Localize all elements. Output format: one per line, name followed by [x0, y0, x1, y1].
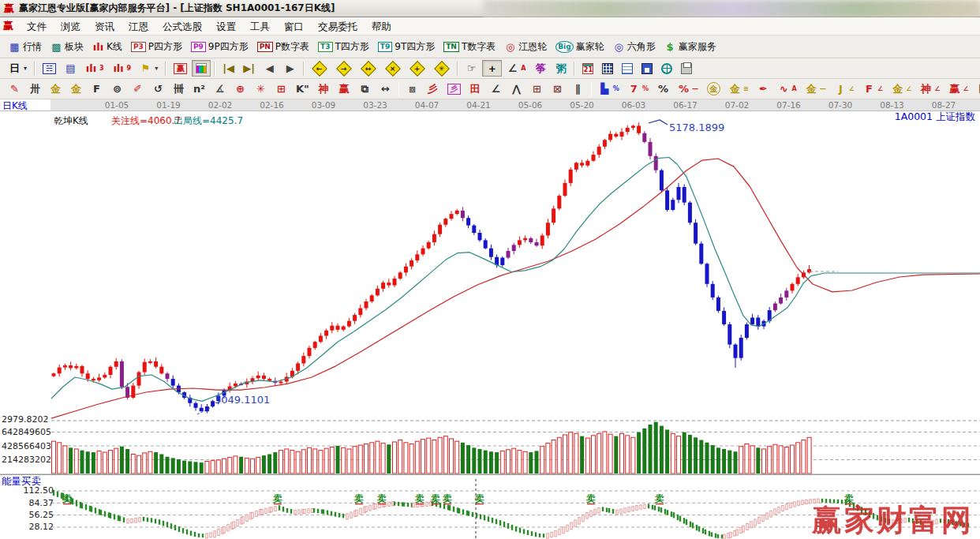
gann-pen-tool[interactable]: ✎ — [5, 80, 24, 97]
p-table-button[interactable]: PNP数字表 — [253, 39, 313, 55]
gold-lines-tool[interactable]: 金≡ — [725, 80, 753, 97]
gold-angle-tool[interactable]: 金∠ — [888, 80, 915, 97]
chart-canvas[interactable]: 卖卖卖卖卖卖卖卖卖卖卖 — [0, 110, 980, 539]
win-angle-tool[interactable]: 赢∠ — [944, 80, 972, 97]
sell-marker: 卖 — [442, 493, 452, 504]
menu-tools[interactable]: 工具 — [243, 19, 277, 34]
pin-tool[interactable]: ✒ — [754, 80, 773, 97]
hand-tool-button[interactable]: ☞ — [462, 60, 481, 77]
seven-percent-tool[interactable]: 7% — [624, 80, 653, 97]
k-quote-tool[interactable]: K" — [292, 80, 313, 97]
web-box-tool[interactable]: 田 — [466, 80, 485, 97]
grid-box-tool[interactable]: ⊞ — [527, 80, 547, 97]
j-angle-tool[interactable]: J∠ — [831, 80, 858, 97]
web-update-button[interactable] — [657, 60, 676, 77]
span-arrow-tool[interactable]: ↔ — [376, 80, 395, 97]
angle-a-tool[interactable]: ∡ — [210, 80, 230, 97]
angle-lines-tool[interactable]: ∠ — [486, 80, 506, 97]
last-page-button[interactable]: ▶| — [239, 60, 259, 77]
calendar-button[interactable]: 21 — [578, 60, 597, 77]
box-web-tool[interactable]: ⊞ — [271, 80, 291, 97]
hexagon-button[interactable]: ◎六角形 — [609, 39, 660, 55]
teal-tool-button[interactable]: 粥 — [551, 60, 570, 77]
color-histogram-button[interactable] — [192, 60, 211, 77]
diamond-full-button[interactable]: ✳ — [430, 60, 454, 77]
parallel-lines-tool[interactable]: ∥ — [568, 80, 588, 97]
crosshair-tool-button[interactable]: ＋ — [482, 60, 502, 77]
quotes-button[interactable]: ▦行情 — [5, 39, 46, 55]
percent-chart-tool[interactable]: ▙% — [595, 80, 623, 97]
grid-tool[interactable]: 卅 — [25, 80, 45, 97]
fan-lines-tool[interactable]: 彡 — [423, 80, 443, 97]
note-dropdown[interactable]: ⚑▾ — [136, 60, 162, 77]
gann-pen-icon: ✎ — [9, 83, 21, 95]
target-circle-tool[interactable]: ⊕ — [230, 80, 250, 97]
menu-browse[interactable]: 浏览 — [54, 19, 88, 34]
gold-grid2-tool[interactable]: 金 — [66, 80, 86, 97]
hash-grid-tool[interactable]: 卌 — [169, 80, 189, 97]
kline-button[interactable]: ılıK线 — [88, 39, 126, 55]
menu-formula-stock-pick[interactable]: 公式选股 — [155, 19, 209, 34]
9t-square-button[interactable]: T99T四方形 — [374, 39, 439, 55]
grid-box2-tool[interactable]: ⊠ — [548, 80, 567, 97]
v-lines-tool[interactable]: ⋀ — [507, 80, 526, 97]
box-measure-tool[interactable]: ⧈ — [402, 80, 422, 97]
9p-square-button[interactable]: P99P四方形 — [187, 39, 252, 55]
notepad-button[interactable] — [618, 60, 637, 77]
circle-arrow-tool[interactable]: ↺ — [148, 80, 168, 97]
gold-line2-tool[interactable]: 金— — [802, 80, 830, 97]
four-angle-tool[interactable]: 四∠ — [974, 80, 980, 97]
winner-wheel-button[interactable]: Big赢家轮 — [552, 39, 608, 55]
diamond-left-button[interactable]: ← — [308, 60, 331, 77]
menu-settings[interactable]: 设置 — [209, 19, 243, 34]
diamond-right-button[interactable]: → — [332, 60, 356, 77]
gann-wheel-button[interactable]: ◎江恩轮 — [500, 39, 551, 55]
wave-az-tool[interactable]: ∿A — [774, 80, 801, 97]
menu-window[interactable]: 窗口 — [277, 19, 311, 34]
fan-box-tool[interactable]: 彡 — [443, 80, 465, 97]
oscillator-axis-label: 56.25 — [6, 510, 54, 520]
diamond-compress-button[interactable]: × — [381, 60, 405, 77]
sectors-button[interactable]: ▩板块 — [47, 39, 88, 55]
f-grid-tool[interactable]: F — [87, 80, 107, 97]
t-square-button[interactable]: T3T四方形 — [314, 39, 373, 55]
bars-9-button[interactable]: ılı9 — [109, 60, 136, 77]
star-web-tool[interactable]: ✳ — [251, 80, 271, 97]
prev-page-button[interactable]: ◀ — [260, 60, 279, 77]
print-button[interactable] — [677, 60, 696, 77]
diamond-hspan-button[interactable]: ↔ — [357, 60, 380, 77]
diamond-expand-button[interactable]: + — [406, 60, 429, 77]
number-grid-tool[interactable]: ⧉ — [355, 80, 375, 97]
spiral-tool[interactable]: ⊚ — [107, 80, 127, 97]
t-table-button[interactable]: TNT数字表 — [440, 39, 499, 55]
next-page-button[interactable]: ▶ — [280, 60, 300, 77]
f-angle-tool[interactable]: F∠ — [859, 80, 887, 97]
winner-service-button[interactable]: $赢家服务 — [660, 39, 720, 55]
chip-distribution-button[interactable]: ☵ — [39, 60, 60, 77]
info-doc-button[interactable]: ▤ — [61, 60, 80, 77]
win-stamp-button[interactable]: 赢 — [170, 60, 191, 77]
period-day-dropdown[interactable]: 日▾ — [5, 60, 31, 77]
menu-gann[interactable]: 江恩 — [122, 19, 155, 34]
bars-3-button[interactable]: ılı3 — [81, 60, 108, 77]
first-page-button[interactable]: |◀ — [219, 60, 238, 77]
percent-line-tool[interactable]: %— — [674, 80, 702, 97]
percent-tool[interactable]: % — [653, 80, 673, 97]
save-button[interactable] — [638, 60, 656, 77]
purple-tool-button[interactable]: 筝 — [530, 60, 550, 77]
red-pen-tool[interactable]: ✐ — [128, 80, 148, 97]
shen-angle-tool[interactable]: 神∠ — [916, 80, 944, 97]
p-square-button[interactable]: P3P四方形 — [127, 39, 186, 55]
win-grid-tool[interactable]: 赢 — [335, 80, 354, 97]
date-tick-label: 01-05 — [105, 100, 129, 110]
shen-grid-tool[interactable]: 神 — [314, 80, 334, 97]
angle-tool-button[interactable]: ∠A — [503, 60, 529, 77]
calculator-button[interactable] — [598, 60, 617, 77]
menu-file[interactable]: 文件 — [20, 19, 54, 34]
n2-tool[interactable]: n² — [189, 80, 209, 97]
menu-help[interactable]: 帮助 — [365, 19, 398, 34]
gold-circle-tool[interactable]: 金 — [703, 80, 724, 97]
menu-news[interactable]: 资讯 — [88, 19, 122, 34]
gold-grid-tool[interactable]: 金 — [46, 80, 65, 97]
menu-trade-entrust[interactable]: 交易委托 — [311, 19, 365, 34]
